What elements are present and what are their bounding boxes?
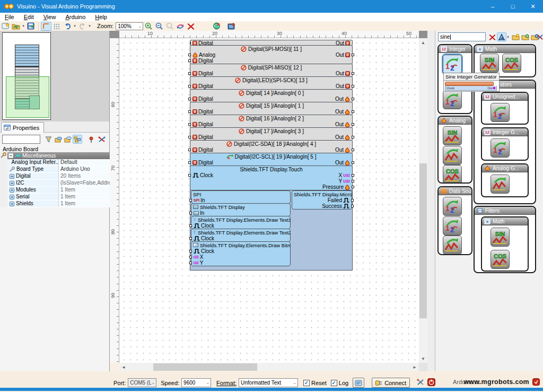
pin-connector[interactable] — [352, 98, 354, 100]
palette-item[interactable]: COS — [502, 54, 521, 73]
property-value-cell[interactable]: 1 Item — [58, 194, 110, 201]
grid-toggle[interactable] — [51, 22, 62, 31]
pin-connector[interactable] — [188, 161, 191, 164]
input-pin[interactable]: Clock — [190, 172, 215, 178]
property-value-cell[interactable]: 20 Items — [58, 173, 110, 180]
block-header[interactable]: Digital(SPI-MISO)[ 12 ] — [190, 64, 352, 71]
property-value-cell[interactable]: 1 Item — [58, 187, 110, 194]
palette-item[interactable]: 12 — [443, 90, 462, 109]
palette-item[interactable] — [443, 236, 462, 255]
menu-item-arduino[interactable]: Arduino — [60, 13, 90, 21]
property-label-cell[interactable]: Board Type — [7, 166, 58, 173]
pin-connector[interactable] — [189, 212, 192, 214]
property-label-cell[interactable]: Analog Input Refer.. — [7, 159, 58, 166]
route-wires-toggle[interactable] — [41, 22, 51, 31]
pin-connector[interactable] — [188, 59, 191, 62]
palette-item[interactable]: COS — [491, 250, 510, 269]
output-pin[interactable]: Out — [333, 134, 352, 140]
pin-connector[interactable] — [190, 42, 191, 45]
pin-connector[interactable] — [352, 149, 354, 151]
input-pin[interactable]: In — [191, 210, 206, 216]
pin-connector[interactable] — [188, 123, 191, 126]
output-pin[interactable]: Out — [333, 121, 352, 127]
panel-tools-icon[interactable] — [97, 135, 107, 144]
palette-item[interactable]: SIN — [491, 228, 510, 247]
canvas-horizontal-scrollbar[interactable]: ◄ ► — [119, 363, 419, 371]
block-header[interactable]: Digital(SPI-MOSI)[ 11 ] — [190, 46, 352, 52]
component-block[interactable]: Digital[ 15 ]/AnalogIn[ 1 ]0DigitalOut — [190, 102, 353, 115]
undo-dropdown-icon[interactable]: ▾ — [73, 24, 77, 28]
component-block[interactable]: Shields.TFT Display.TouchClockXU32YU32Pr… — [190, 165, 353, 190]
output-pin[interactable]: Out — [333, 96, 352, 102]
component-block[interactable]: Shields.TFT Display.Elements.Draw Bitmap… — [191, 241, 291, 266]
output-pin[interactable]: XU32 — [320, 172, 352, 178]
pin-connector[interactable] — [351, 205, 354, 207]
input-pin[interactable]: Clock — [191, 223, 216, 229]
zoom-reset-button[interactable] — [164, 22, 175, 31]
collapse-group-icon[interactable] — [63, 135, 73, 144]
input-pin[interactable]: 0Digital — [190, 71, 215, 76]
property-row[interactable]: +Serial1 Item — [0, 194, 110, 201]
clear-search-icon[interactable] — [487, 32, 497, 41]
property-value-cell[interactable]: (IsSlave=False,Addres... — [58, 180, 110, 187]
output-pin[interactable]: Failed — [320, 197, 352, 203]
input-pin[interactable]: 0Digital — [190, 58, 217, 64]
redo-dropdown-icon[interactable]: ▾ — [87, 24, 92, 28]
input-pin[interactable]: I32Y — [191, 260, 216, 266]
component-block[interactable]: Digital(I2C-SDA)[ 18 ]/AnalogIn[ 4 ]0Dig… — [190, 140, 353, 153]
design-canvas[interactable]: 0DigitalOut0Digital(SPI-MOSI)[ 11 ]Analo… — [119, 38, 419, 363]
menu-item-edit[interactable]: Edit — [19, 13, 39, 21]
input-pin[interactable]: Clock — [191, 248, 216, 254]
pin-connector[interactable] — [351, 199, 354, 202]
palette-item[interactable]: 12 — [443, 216, 462, 236]
expand-plus-icon[interactable]: + — [10, 174, 14, 179]
component-block[interactable]: Digital(SPI-MISO)[ 12 ]0DigitalOut0 — [190, 64, 353, 77]
block-header[interactable]: Digital[ 17 ]/AnalogIn[ 3 ] — [190, 128, 352, 134]
pin-connector[interactable] — [188, 98, 191, 100]
help-web-button[interactable] — [211, 22, 222, 31]
category-header[interactable]: 12Integer — [439, 45, 471, 53]
palette-item[interactable]: 12 — [443, 197, 462, 216]
output-pin[interactable]: Out — [333, 160, 352, 165]
redo-button[interactable] — [77, 22, 87, 31]
input-pin[interactable]: 0Digital — [190, 83, 215, 89]
tab-properties[interactable]: Properties — [1, 122, 44, 133]
component-block[interactable]: Digital(I2C-SCL)[ 19 ]/AnalogIn[ 5 ]0Dig… — [190, 153, 353, 166]
expand-all-icon[interactable] — [520, 32, 530, 41]
property-group-row[interactable]: −Miscellaneous — [0, 152, 110, 159]
block-header[interactable]: Shields.TFT Display.MicroSD — [292, 191, 352, 197]
scroll-left-icon[interactable]: ◄ — [119, 363, 128, 371]
overview-viewport-rect[interactable] — [6, 76, 49, 118]
scroll-down-icon[interactable]: ▼ — [419, 354, 427, 363]
pin-connector[interactable] — [352, 174, 354, 177]
pin-connector[interactable] — [352, 123, 354, 126]
canvas-vertical-scrollbar[interactable]: ▲ ▼ — [419, 38, 427, 363]
pin-connector[interactable] — [189, 250, 192, 252]
output-pin[interactable]: Out — [333, 147, 352, 153]
pin-connector[interactable] — [189, 224, 192, 227]
category-header[interactable]: Analog — [439, 117, 471, 125]
input-pin[interactable]: 0Digital — [190, 121, 215, 127]
block-header[interactable]: Digital[ 16 ]/AnalogIn[ 2 ] — [190, 115, 352, 121]
wizard-dropdown-icon[interactable]: ▾ — [506, 35, 510, 39]
output-pin[interactable]: Out — [333, 109, 352, 115]
wizard-filter-icon[interactable] — [497, 32, 506, 41]
pin-connector[interactable] — [352, 72, 354, 75]
new-project-button[interactable] — [0, 22, 11, 31]
pin-connector[interactable] — [189, 237, 192, 240]
palette-item[interactable]: COS — [443, 165, 462, 184]
component-block[interactable]: Digital[ 17 ]/AnalogIn[ 3 ]0DigitalOut — [190, 127, 353, 141]
expand-plus-icon[interactable]: + — [10, 195, 14, 199]
palette-item[interactable]: 12 — [443, 55, 462, 74]
undo-button[interactable] — [62, 22, 73, 31]
output-pin[interactable]: YU32 — [320, 178, 352, 184]
block-header[interactable]: TShields.TFT Display.Elements.Draw Text1 — [191, 216, 290, 223]
expand-group-icon[interactable] — [54, 135, 63, 144]
property-value-cell[interactable]: Default — [58, 159, 110, 166]
property-label-cell[interactable]: +Shields — [7, 201, 58, 207]
log-checkbox[interactable]: ✓ Log — [331, 380, 348, 386]
component-block[interactable]: SPISPIIn — [191, 190, 291, 204]
category-header[interactable]: ±Math — [475, 45, 535, 53]
output-pin[interactable]: Out0 — [334, 71, 352, 76]
connect-button[interactable]: Connect — [372, 378, 410, 388]
